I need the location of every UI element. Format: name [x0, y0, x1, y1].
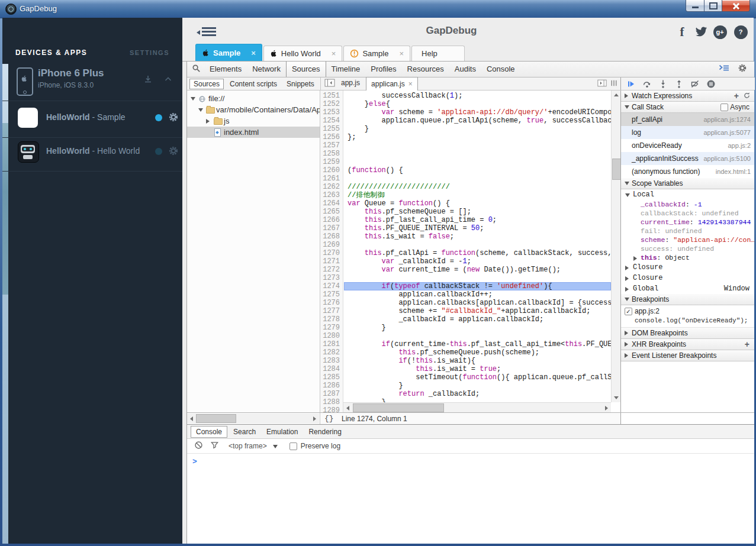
- collapsed-arrow-icon[interactable]: [633, 256, 637, 261]
- section-breakpoints[interactable]: Breakpoints: [621, 294, 754, 305]
- console-drawer-icon[interactable]: [719, 64, 729, 75]
- scope-group-closure[interactable]: Closure: [621, 273, 754, 283]
- expanded-arrow-icon[interactable]: [198, 108, 203, 112]
- tree-item-js[interactable]: js: [187, 115, 320, 127]
- console-tab-rendering[interactable]: Rendering: [304, 427, 346, 437]
- scope-group-local[interactable]: Local: [621, 189, 754, 200]
- filter-icon[interactable]: [210, 441, 219, 452]
- console-prompt[interactable]: >: [192, 457, 197, 466]
- console-tab-console[interactable]: Console: [191, 426, 227, 438]
- step-over-icon[interactable]: [642, 79, 652, 89]
- scroll-left-button[interactable]: [187, 414, 196, 423]
- stack-frame[interactable]: pf_callApiapplican.js:1274: [621, 113, 754, 126]
- search-icon[interactable]: [192, 64, 201, 75]
- section-watch-expressions[interactable]: Watch Expressions+: [621, 91, 754, 102]
- stack-frame[interactable]: logapplican.js:5077: [621, 126, 754, 139]
- scroll-right-button[interactable]: [310, 414, 319, 423]
- navigator-tab-snippets[interactable]: Snippets: [283, 79, 318, 89]
- clear-console-icon[interactable]: [194, 441, 203, 452]
- tree-item-file-[interactable]: file://: [187, 93, 320, 104]
- tree-scroll-thumb[interactable]: [196, 414, 236, 423]
- code-editor[interactable]: 1251125212531254125512561257125812591260…: [320, 91, 620, 412]
- tab-elements[interactable]: Elements: [204, 62, 247, 77]
- collapsed-arrow-icon[interactable]: [206, 119, 210, 124]
- resume-icon[interactable]: [626, 79, 636, 89]
- collapse-device-icon[interactable]: [163, 75, 173, 84]
- section-call-stack[interactable]: Call StackAsync: [621, 102, 754, 113]
- close-file-icon[interactable]: ×: [408, 80, 413, 88]
- maximize-button[interactable]: [704, 0, 722, 12]
- devtools-settings-gear-icon[interactable]: [738, 63, 747, 75]
- google-plus-icon[interactable]: g+: [713, 25, 727, 39]
- step-into-icon[interactable]: [658, 79, 668, 89]
- add-xhr-breakpoint-icon[interactable]: +: [745, 339, 749, 350]
- stack-frame[interactable]: _applicanInitSuccessapplican.js:5100: [621, 152, 754, 165]
- file-tab-app-js[interactable]: app.js: [336, 77, 365, 89]
- tab-network[interactable]: Network: [247, 62, 286, 77]
- deactivate-breakpoints-icon[interactable]: [690, 79, 700, 89]
- stack-frame[interactable]: (anonymous function)index.html:1: [621, 165, 754, 178]
- app-row[interactable]: HelloWorld - Sample: [2, 105, 182, 137]
- app-settings-gear-icon[interactable]: [168, 146, 179, 156]
- tab-profiles[interactable]: Profiles: [365, 62, 401, 77]
- scope-group-closure[interactable]: Closure: [621, 262, 754, 273]
- section-xhr-breakpoints[interactable]: XHR Breakpoints+: [621, 339, 754, 350]
- editor-vertical-scrollbar[interactable]: [611, 91, 620, 402]
- section-scope-variables[interactable]: Scope Variables: [621, 178, 754, 189]
- frame-selector[interactable]: <top frame>: [229, 442, 267, 450]
- tab-console[interactable]: Console: [481, 62, 520, 77]
- panel-columns-icon[interactable]: [610, 79, 617, 89]
- settings-link[interactable]: SETTINGS: [130, 49, 169, 56]
- app-settings-gear-icon[interactable]: [168, 112, 179, 122]
- app-tab-sample[interactable]: Sample×: [343, 46, 410, 61]
- app-tab-hello-world[interactable]: Hello World×: [263, 46, 343, 61]
- horizontal-scroll-thumb[interactable]: [353, 403, 444, 412]
- tree-horizontal-scrollbar[interactable]: [187, 413, 319, 424]
- expanded-arrow-icon[interactable]: [191, 97, 195, 101]
- preserve-log-checkbox[interactable]: [289, 442, 297, 450]
- tree-item-var-mobile-Containers-Data-Appl[interactable]: var/mobile/Containers/Data/Appl: [187, 104, 320, 115]
- stack-frame[interactable]: onDeviceReadyapp.js:2: [621, 139, 754, 152]
- console-tab-search[interactable]: Search: [229, 427, 260, 437]
- file-tab-applican-js[interactable]: applican.js×: [366, 77, 418, 91]
- scope-group-global[interactable]: GlobalWindow: [621, 283, 754, 294]
- vertical-scroll-thumb[interactable]: [612, 159, 620, 180]
- pause-on-exceptions-icon[interactable]: [706, 79, 716, 89]
- async-checkbox[interactable]: [720, 104, 728, 111]
- close-tab-icon[interactable]: ×: [326, 49, 336, 58]
- tab-timeline[interactable]: Timeline: [326, 62, 366, 77]
- refresh-icon[interactable]: [743, 92, 751, 102]
- scroll-down-button[interactable]: [612, 393, 620, 402]
- tab-sources[interactable]: Sources: [286, 62, 326, 77]
- console-output[interactable]: >: [187, 454, 754, 544]
- add-watch-icon[interactable]: +: [734, 91, 739, 101]
- twitter-icon[interactable]: [694, 25, 708, 39]
- download-icon[interactable]: [143, 75, 153, 84]
- show-panel-icon[interactable]: [597, 79, 607, 89]
- console-tab-emulation[interactable]: Emulation: [262, 427, 303, 437]
- hide-navigator-icon[interactable]: [324, 79, 335, 89]
- section-event-listener-breakpoints[interactable]: Event Listener Breakpoints: [621, 350, 754, 361]
- tree-item-index-html[interactable]: index.html: [187, 127, 320, 138]
- editor-horizontal-scrollbar[interactable]: [343, 402, 611, 412]
- app-tab-sample[interactable]: Sample×: [195, 44, 262, 61]
- close-button[interactable]: [722, 0, 750, 12]
- chevron-down-icon[interactable]: [273, 444, 278, 448]
- tab-resources[interactable]: Resources: [402, 62, 449, 77]
- navigator-tab-sources[interactable]: Sources: [189, 79, 224, 89]
- tab-audits[interactable]: Audits: [449, 62, 481, 77]
- app-tab-help[interactable]: Help: [411, 46, 465, 61]
- navigator-tab-content-scripts[interactable]: Content scripts: [226, 79, 281, 89]
- section-dom-breakpoints[interactable]: DOM Breakpoints: [621, 328, 754, 339]
- app-row[interactable]: HelloWorld - Hello World: [2, 139, 182, 171]
- step-out-icon[interactable]: [674, 79, 684, 89]
- close-tab-icon[interactable]: ×: [393, 49, 404, 58]
- minimize-button[interactable]: [686, 0, 704, 12]
- breakpoint-entry[interactable]: ✓app.js:2console.log("onDeviceReady");: [621, 305, 754, 328]
- breakpoint-checkbox[interactable]: ✓: [625, 308, 632, 315]
- scroll-left-button[interactable]: [343, 403, 352, 412]
- scroll-up-button[interactable]: [612, 91, 620, 99]
- scroll-right-button[interactable]: [602, 403, 611, 412]
- facebook-icon[interactable]: f: [675, 25, 689, 39]
- pretty-print-button[interactable]: {}: [324, 414, 334, 423]
